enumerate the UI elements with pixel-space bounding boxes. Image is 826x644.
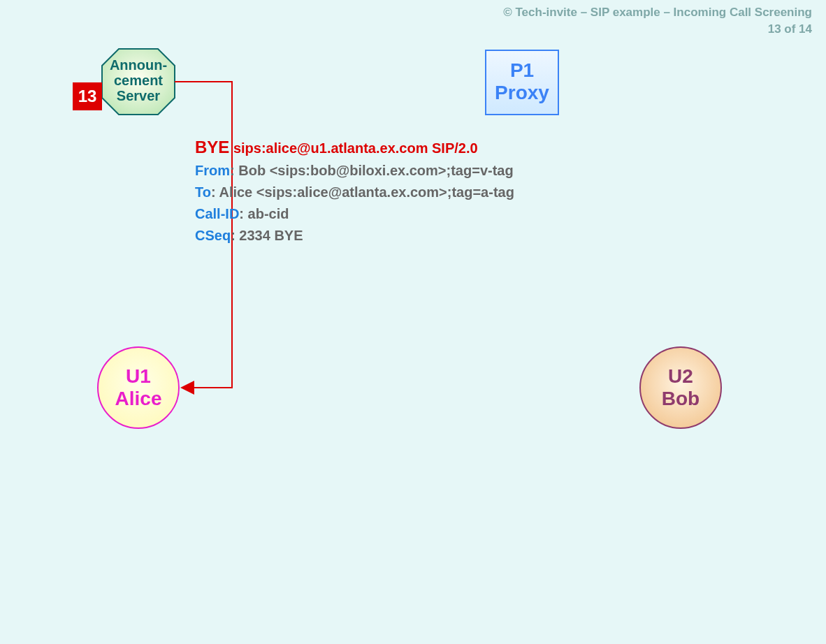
sip-request-uri: sips:alice@u1.atlanta.ex.com SIP/2.0 xyxy=(233,140,478,156)
announcement-line1: Announ- xyxy=(110,57,167,73)
sip-cseq-value: 2334 BYE xyxy=(239,228,303,243)
sip-method: BYE xyxy=(195,138,229,156)
sip-from-line: From: Bob <sips:bob@biloxi.ex.com>;tag=v… xyxy=(195,160,514,182)
sip-to-line: To: Alice <sips:alice@atlanta.ex.com>;ta… xyxy=(195,182,514,203)
sip-from-name: From xyxy=(195,163,230,178)
announcement-server-node: Announ- cement Server xyxy=(102,49,175,115)
sip-to-name: To xyxy=(195,184,211,200)
step-number-badge: 13 xyxy=(73,82,102,110)
sip-cseq-line: CSeq: 2334 BYE xyxy=(195,225,514,247)
proxy-line2: Proxy xyxy=(495,82,549,103)
u1-alice-node: U1 Alice xyxy=(98,347,179,428)
diagram-canvas: Announ- cement Server 13 P1 Proxy U1 Ali… xyxy=(0,0,826,644)
p1-proxy-node: P1 Proxy xyxy=(486,50,558,115)
u1-line1: U1 xyxy=(126,365,151,387)
sip-request-line: BYE sips:alice@u1.atlanta.ex.com SIP/2.0 xyxy=(195,134,514,160)
sip-callid-name: Call-ID xyxy=(195,206,239,221)
u1-line2: Alice xyxy=(115,388,162,409)
sip-callid-line: Call-ID: ab-cid xyxy=(195,203,514,225)
u2-line2: Bob xyxy=(662,388,700,409)
sip-cseq-name: CSeq xyxy=(195,228,231,243)
sip-from-value: Bob <sips:bob@biloxi.ex.com>;tag=v-tag xyxy=(238,163,513,178)
announcement-line2: cement xyxy=(114,73,163,88)
sip-callid-value: ab-cid xyxy=(248,206,289,221)
proxy-line1: P1 xyxy=(510,59,534,81)
u2-bob-node: U2 Bob xyxy=(640,347,721,428)
sip-message: BYE sips:alice@u1.atlanta.ex.com SIP/2.0… xyxy=(195,134,514,247)
u2-line1: U2 xyxy=(668,365,693,387)
announcement-line3: Server xyxy=(117,88,160,103)
step-number: 13 xyxy=(78,87,97,105)
sip-to-value: Alice <sips:alice@atlanta.ex.com>;tag=a-… xyxy=(219,184,514,200)
